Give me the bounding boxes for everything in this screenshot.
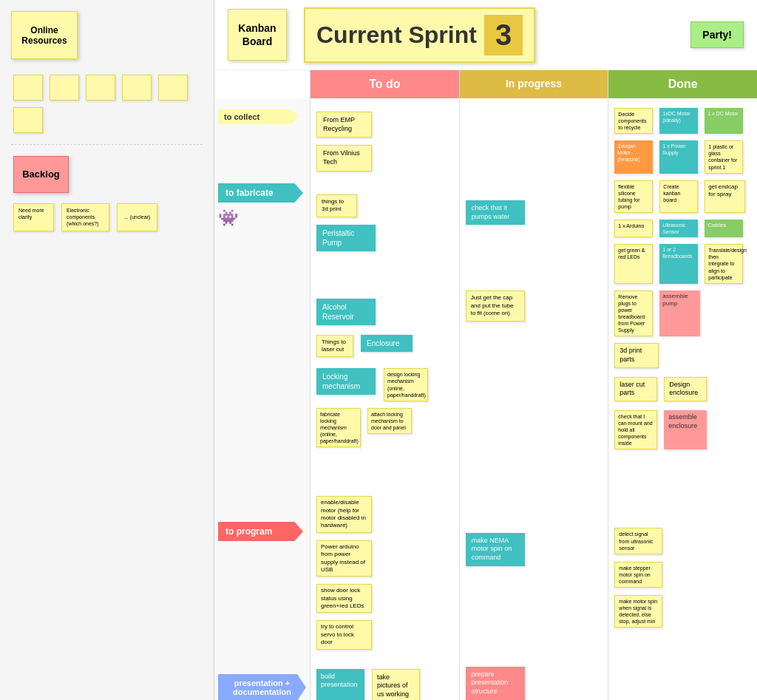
prepare-presentation: prepare presentation structure — [466, 667, 525, 700]
breadboards: 1 or 2 Breadboards — [659, 244, 698, 283]
just-get-cap: Just get the cap and put the tube to fit… — [466, 290, 525, 321]
show-door-lock: show door lock status using green+red LE… — [316, 584, 372, 613]
enable-disable-motor: enable/disable motor (help for motor dis… — [316, 496, 372, 533]
1xdc-motor-ideally: 1xDC Motor (ideally) — [659, 108, 698, 134]
assemble-pump: assemble pump — [659, 290, 700, 337]
check-mount-components: check that I can mount and hold all comp… — [614, 410, 657, 449]
fabricate-inprogress-items: check that it pumps water Just get the c… — [464, 198, 605, 324]
presentation-todo-items: build presentation take pictures of us w… — [314, 667, 455, 700]
column-headers: To do In progress Done — [214, 70, 757, 98]
make-stepper-spin: make stepper motor spin on command — [614, 562, 662, 588]
backlog-item-3: ... (unclear) — [117, 203, 157, 231]
monster-icon: 👾 — [218, 208, 306, 228]
todo-column: From EMP Recycling From Vilnius Tech thi… — [310, 98, 460, 700]
todo-from-emp: From EMP Recycling — [316, 112, 372, 137]
col-header-inprogress: In progress — [460, 70, 609, 98]
col-header-done: Done — [608, 70, 757, 98]
things-3d-print: things to 3d print — [316, 194, 357, 217]
program-inprogress-items: make NEMA motor spin on command — [464, 531, 605, 568]
resource-sticky-6 — [13, 107, 43, 133]
collect-arrow: to collect — [218, 109, 299, 124]
program-arrow: to program — [218, 522, 303, 541]
kanban-board-label: Kanban Board — [228, 9, 287, 61]
plastic-glass-container: 1 plastic or glass container for sprint … — [705, 140, 743, 173]
program-todo-items: enable/disable motor (help for motor dis… — [314, 494, 455, 651]
1x-power-supply: 1 x Power Supply — [659, 140, 698, 173]
enclosure: Enclosure — [361, 335, 413, 352]
backlog-note: Backlog — [13, 156, 69, 193]
presentation-label: presentation + documentation — [218, 674, 306, 700]
resource-sticky-5 — [158, 75, 188, 101]
sidebar: Online Resources Backlog Need more clari… — [0, 0, 214, 700]
locking-sub-2: fabricate locking mechanism (online, pap… — [316, 408, 361, 447]
locking-sub-1: design locking mechanism (online, paper/… — [384, 368, 428, 401]
laser-cut-parts: laser cut parts — [614, 377, 657, 401]
presentation-inprogress-items: prepare presentation structure — [464, 665, 605, 700]
1xlogan-motor: 1xlogan Motor (heatsink) — [614, 140, 653, 173]
program-done-items: detect signal from ultrasonic sensor mak… — [612, 526, 753, 630]
design-enclosure: Design enclosure — [664, 377, 707, 401]
done-column: Decide components to recycle 1xDC Motor … — [608, 98, 757, 700]
presentation-arrow: presentation + documentation — [218, 674, 306, 700]
kanban-header: Kanban Board Current Sprint 3 Party! — [214, 0, 757, 70]
get-endcap: get endcap for spray — [705, 180, 745, 213]
sprint-number-badge: 3 — [484, 15, 523, 55]
kanban-area: Kanban Board Current Sprint 3 Party! To … — [214, 0, 757, 700]
check-pumps-water: check that it pumps water — [466, 200, 525, 225]
control-servo: try to control servo to lock door — [316, 620, 372, 649]
inprogress-column: check that it pumps water Just get the c… — [460, 98, 609, 700]
locking-sub-3: attach locking mechanism to door and pan… — [367, 408, 412, 434]
green-red-leds: get green & red LEDs — [614, 244, 653, 283]
power-arduino: Power arduino from power supply instead … — [316, 540, 372, 577]
assemble-enclosure: assemble enclosure — [664, 410, 707, 449]
1x-arduino: 1 x Arduino — [614, 220, 653, 237]
remove-plugs: Remove plugs to power breadboard from Po… — [614, 290, 653, 337]
ultrasonic-sensor: Ultrasonic Sensor — [659, 220, 698, 237]
resource-sticky-2 — [50, 75, 79, 101]
fabricate-todo-items: things to 3d print Peristaltic Pump Alco… — [314, 192, 455, 449]
labels-column: to collect to fabricate 👾 to program — [214, 98, 310, 700]
col-header-todo: To do — [310, 70, 460, 98]
resource-sticky-3 — [86, 75, 115, 101]
detect-ultrasonic: detect signal from ultrasonic sensor — [614, 528, 662, 554]
take-pictures: take pictures of us working — [372, 669, 420, 700]
build-presentation: build presentation — [316, 669, 364, 700]
translate-design: Translate/design then integrate to align… — [705, 244, 743, 283]
sprint-title-area: Current Sprint 3 — [304, 7, 535, 63]
backlog-item-1: Need more clarity — [13, 203, 54, 231]
alcohol-reservoir: Alcohol Reservoir — [316, 299, 376, 325]
fabricate-label: to fabricate — [218, 183, 306, 203]
motor-spin-signal: make motor spin when signal is detected,… — [614, 595, 662, 628]
create-kanban: Create kanban board — [659, 180, 698, 213]
sprint-title-text: Current Sprint — [316, 21, 477, 49]
collect-label: to collect — [218, 109, 306, 124]
cables: Cables — [705, 220, 743, 237]
locking-mechanism: Locking mechanism — [316, 368, 376, 395]
decide-components-recycle: Decide components to recycle — [614, 108, 653, 134]
things-laser-cut: Things to laser cut — [316, 335, 353, 358]
fabricate-arrow: to fabricate — [218, 183, 303, 203]
fabricate-done-items: Decide components to recycle 1xDC Motor … — [612, 106, 753, 452]
collect-todo-items: From EMP Recycling From Vilnius Tech — [314, 109, 455, 174]
online-resources-stickies — [11, 72, 203, 135]
kanban-body: to collect to fabricate 👾 to program — [214, 98, 757, 700]
flexible-tubing: flexible silicone tubing for pump — [614, 180, 653, 213]
nema-motor-spin: make NEMA motor spin on command — [466, 533, 525, 566]
online-resources-note: Online Resources — [11, 11, 78, 59]
backlog-items: Need more clarity Electronic components … — [11, 201, 160, 234]
resource-sticky-1 — [13, 75, 43, 101]
party-note: Party! — [690, 21, 744, 48]
program-label: to program — [218, 522, 306, 541]
3d-print-parts: 3d print parts — [614, 343, 659, 367]
1xdc-motor: 1 x DC Motor — [705, 108, 743, 134]
todo-from-vilnius: From Vilnius Tech — [316, 145, 372, 171]
peristaltic-pump: Peristaltic Pump — [316, 225, 376, 251]
backlog-item-2: Electronic components (which ones?) — [61, 203, 109, 231]
resource-sticky-4 — [122, 75, 152, 101]
